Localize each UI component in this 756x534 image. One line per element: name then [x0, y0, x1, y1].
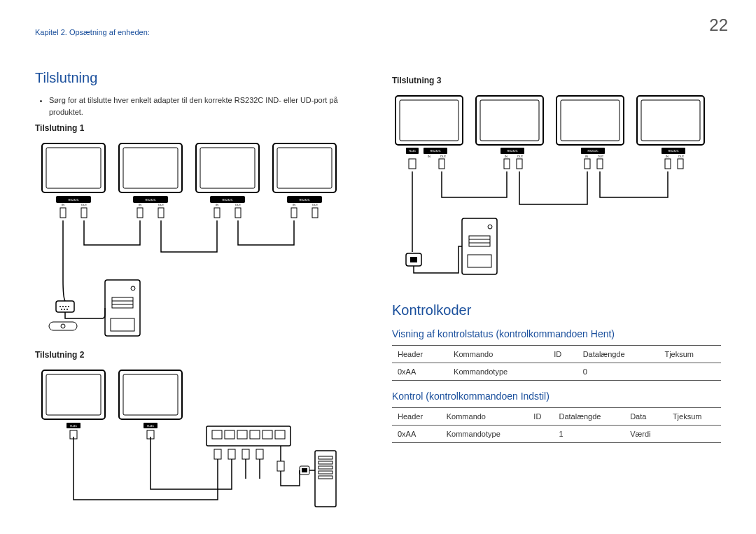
svg-rect-34: [242, 449, 249, 459]
svg-rect-39: [318, 461, 332, 464]
svg-rect-10: [111, 318, 134, 331]
svg-rect-30: [262, 430, 272, 439]
table-hent: Header Kommando ID Datalængde Tjeksum 0x…: [392, 345, 721, 381]
table-row: 0xAA Kommandotype 0: [392, 363, 721, 381]
svg-rect-35: [256, 449, 263, 459]
svg-rect-44: [302, 468, 307, 472]
subheading-table1: Visning af kontrolstatus (kontrolkommand…: [392, 328, 721, 339]
bullet-note: Sørg for at tilslutte hver enkelt adapte…: [49, 94, 357, 118]
svg-rect-55: [439, 159, 444, 169]
svg-point-20: [61, 324, 65, 328]
heading-kontrolkoder: Kontrolkoder: [392, 302, 721, 318]
cell: 0xAA: [392, 426, 441, 443]
svg-rect-28: [237, 430, 247, 439]
svg-point-15: [68, 306, 69, 307]
cell: [667, 426, 721, 443]
label-in: IN: [428, 155, 430, 158]
svg-rect-26: [212, 430, 222, 439]
cell: Tjeksum: [667, 408, 721, 426]
label-rs232c: RS232C: [430, 149, 440, 153]
svg-rect-40: [318, 466, 332, 469]
cell: ID: [548, 346, 578, 363]
svg-rect-25: [206, 426, 290, 446]
svg-rect-7: [112, 297, 133, 308]
svg-point-6: [131, 286, 135, 290]
heading-tilslutning: Tilslutning: [35, 70, 357, 86]
svg-rect-27: [225, 430, 234, 439]
cell: Værdi: [624, 426, 667, 443]
cell: 1: [553, 426, 624, 443]
svg-rect-50: [396, 96, 463, 145]
svg-point-57: [488, 225, 492, 229]
subheading-tilslutning-3: Tilslutning 3: [392, 76, 721, 85]
svg-rect-36: [277, 461, 284, 471]
cell: [548, 363, 578, 381]
cell: Header: [392, 346, 448, 363]
cell: [659, 363, 721, 381]
svg-rect-19: [49, 322, 77, 330]
cell: Datalængde: [553, 408, 624, 426]
cell: Kommando: [441, 408, 528, 426]
cell: 0: [578, 363, 659, 381]
svg-point-16: [61, 309, 62, 310]
table-row: 0xAA Kommandotype 1 Værdi: [392, 426, 721, 443]
subheading-table2: Kontrol (kontrolkommandoen Indstil): [392, 391, 721, 402]
diagram-tilslutning-2: RJ45: [35, 367, 357, 521]
label-rj45: RJ45: [409, 149, 416, 153]
label-out: OUT: [440, 155, 447, 158]
svg-rect-41: [318, 471, 332, 474]
svg-rect-63: [410, 257, 417, 262]
svg-rect-29: [250, 430, 260, 439]
svg-point-13: [62, 306, 64, 307]
subheading-tilslutning-1: Tilslutning 1: [35, 123, 357, 133]
diagram-tilslutning-3: RS232C IN OUT RJ45 RS232C IN OUT: [392, 92, 721, 295]
svg-point-14: [65, 306, 66, 307]
cell: Header: [392, 408, 441, 426]
table-indstil: Header Kommando ID Datalængde Data Tjeks…: [392, 407, 721, 443]
table-row: Header Kommando ID Datalængde Tjeksum: [392, 346, 721, 363]
svg-rect-54: [409, 159, 416, 169]
svg-rect-61: [468, 255, 491, 267]
table-row: Header Kommando ID Datalængde Data Tjeks…: [392, 408, 721, 426]
page-number: 22: [709, 15, 728, 35]
subheading-tilslutning-2: Tilslutning 2: [35, 350, 357, 360]
diagram-tilslutning-1: RS232C IN OUT: [35, 140, 357, 343]
svg-rect-51: [400, 100, 458, 141]
svg-point-18: [66, 309, 68, 310]
cell: [528, 426, 553, 443]
cell: Kommandotype: [448, 363, 548, 381]
svg-rect-38: [318, 456, 332, 459]
svg-point-12: [59, 306, 61, 307]
cell: Kommando: [448, 346, 548, 363]
svg-rect-31: [275, 430, 285, 439]
svg-point-17: [64, 309, 65, 310]
cell: Kommandotype: [441, 426, 528, 443]
svg-rect-32: [214, 449, 221, 459]
svg-rect-33: [228, 449, 235, 459]
svg-rect-42: [318, 476, 332, 479]
cell: Tjeksum: [659, 346, 721, 363]
svg-rect-58: [469, 236, 490, 246]
cell: Datalængde: [578, 346, 659, 363]
cell: 0xAA: [392, 363, 448, 381]
cell: ID: [528, 408, 553, 426]
breadcrumb: Kapitel 2. Opsætning af enheden:: [35, 28, 150, 36]
cell: Data: [624, 408, 667, 426]
